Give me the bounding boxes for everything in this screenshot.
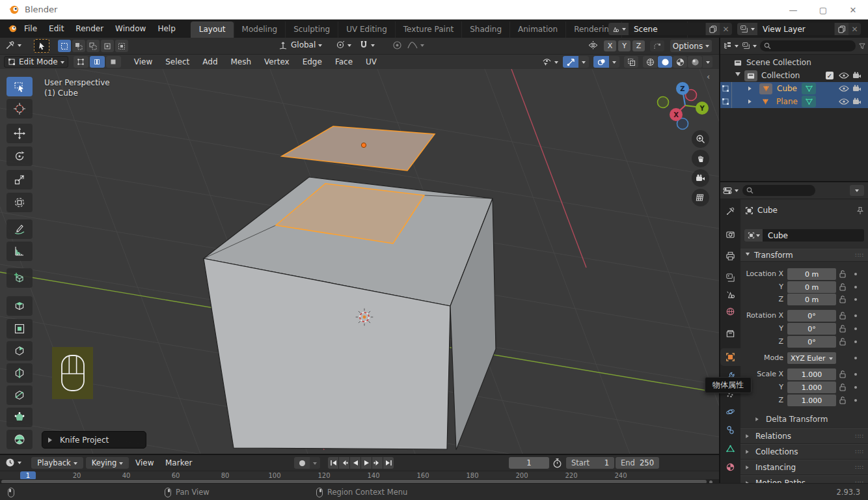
workspace-tab-animation[interactable]: Animation <box>509 21 565 38</box>
tool-measure[interactable] <box>7 242 33 261</box>
menu-edit[interactable]: Edit <box>43 20 70 38</box>
menu-help[interactable]: Help <box>152 20 181 38</box>
properties-editor-type-button[interactable] <box>723 186 739 195</box>
rotation-x-field[interactable]: 0° <box>787 310 836 322</box>
menu-window[interactable]: Window <box>109 20 152 38</box>
unlock-icon[interactable] <box>839 370 846 378</box>
outliner-row-cube[interactable]: Cube <box>720 82 868 95</box>
tool-loop-cut[interactable] <box>7 363 33 383</box>
camera-restrict-icon[interactable] <box>852 72 861 79</box>
unlock-icon[interactable] <box>839 396 846 404</box>
menu-file[interactable]: File <box>18 20 43 38</box>
operator-panel[interactable]: Knife Project <box>42 431 146 449</box>
menu-uv[interactable]: UV <box>359 55 383 69</box>
tool-bevel[interactable] <box>7 341 33 361</box>
playback-menu[interactable]: Playback <box>31 457 83 469</box>
play-button[interactable] <box>361 457 372 469</box>
tool-spin[interactable] <box>7 430 33 449</box>
properties-tab-material[interactable] <box>720 458 740 476</box>
outliner-editor-type-button[interactable] <box>723 42 739 50</box>
location-z-field[interactable]: 0 m <box>787 294 836 305</box>
select-mode-intersect-button[interactable] <box>115 40 128 52</box>
menu-view[interactable]: View <box>128 55 159 69</box>
workspace-tab-shading[interactable]: Shading <box>461 21 509 38</box>
tool-inset-faces[interactable] <box>7 319 33 339</box>
outliner-search-input[interactable] <box>760 40 856 51</box>
tool-extrude-region[interactable] <box>7 296 33 316</box>
properties-tab-constraints[interactable] <box>720 421 740 439</box>
animate-dot-icon[interactable] <box>854 273 857 275</box>
select-mode-subtract-button[interactable] <box>87 40 100 52</box>
pan-button[interactable] <box>692 150 709 167</box>
tool-transform[interactable] <box>7 193 33 212</box>
properties-tab-tool[interactable] <box>720 202 740 220</box>
vertex-select-button[interactable] <box>74 56 88 68</box>
outliner-row-plane[interactable]: Plane <box>720 95 868 108</box>
transform-panel-header[interactable]: Transform ∷∷ <box>740 249 868 262</box>
show-gizmos-button[interactable] <box>563 56 578 68</box>
jump-to-start-button[interactable] <box>328 457 338 469</box>
properties-tab-object-data[interactable] <box>720 440 740 458</box>
viewport-3d[interactable]: User Perspective (1) Cube Z Y X ‹ <box>0 69 719 454</box>
options-dropdown[interactable]: Options <box>670 40 712 52</box>
menu-vertex[interactable]: Vertex <box>258 55 296 69</box>
outliner-display-mode-button[interactable] <box>742 42 757 50</box>
tool-move[interactable] <box>7 124 33 143</box>
minimize-button[interactable]: — <box>778 0 808 20</box>
timeline-ruler[interactable]: 1 20 40 60 80 100 120 140 160 180 200 22… <box>0 471 719 479</box>
camera-restrict-icon[interactable] <box>852 98 861 105</box>
properties-tab-object[interactable] <box>720 348 740 366</box>
view-layer-name-field[interactable]: View Layer <box>757 23 834 35</box>
tool-knife[interactable] <box>7 385 33 405</box>
properties-tab-render[interactable] <box>720 226 740 243</box>
animate-dot-icon[interactable] <box>854 340 857 343</box>
camera-view-button[interactable] <box>692 169 709 187</box>
object-name-field[interactable]: Cube <box>763 229 864 242</box>
snap-toggle-group[interactable] <box>359 40 375 49</box>
tool-select-box[interactable] <box>7 77 33 96</box>
scene-browse-button[interactable] <box>608 23 629 35</box>
animate-dot-icon[interactable] <box>854 399 857 402</box>
properties-tab-output[interactable] <box>720 247 740 265</box>
animate-dot-icon[interactable] <box>854 327 857 330</box>
tool-annotate[interactable] <box>7 219 33 239</box>
expand-icon[interactable] <box>748 87 753 90</box>
checkbox-icon[interactable]: ✓ <box>826 72 834 79</box>
auto-key-button[interactable] <box>294 457 310 469</box>
scene-unlink-button[interactable]: ✕ <box>720 23 732 35</box>
auto-key-dropdown[interactable] <box>310 457 320 469</box>
unlock-icon[interactable] <box>839 296 846 303</box>
tool-cursor[interactable] <box>7 99 33 118</box>
rotation-mode-dropdown[interactable]: XYZ Euler <box>787 352 836 364</box>
use-preview-range-button[interactable] <box>552 458 562 468</box>
transform-orientation-dropdown[interactable]: Global <box>278 40 322 49</box>
rotation-z-field[interactable]: 0° <box>787 336 836 348</box>
location-y-field[interactable]: 0 m <box>787 281 836 293</box>
animate-dot-icon[interactable] <box>854 314 857 317</box>
filter-icon[interactable] <box>859 42 865 49</box>
pivot-point-dropdown[interactable] <box>336 40 351 49</box>
panel-grip-icon[interactable]: ∷∷ <box>856 449 864 455</box>
outliner-row-collection[interactable]: Collection ✓ <box>720 69 868 82</box>
blender-menu-logo-icon[interactable] <box>7 23 18 34</box>
animate-dot-icon[interactable] <box>854 373 857 376</box>
xray-toggle-button[interactable] <box>624 56 638 68</box>
gizmo-axis-y-neg[interactable] <box>658 97 669 108</box>
tool-rotate[interactable] <box>7 146 33 166</box>
solid-shading-button[interactable] <box>658 56 672 68</box>
next-keyframe-button[interactable] <box>372 457 383 469</box>
current-frame-field[interactable]: 1 <box>509 457 549 469</box>
show-overlays-button[interactable] <box>593 56 609 68</box>
unlock-icon[interactable] <box>839 312 846 320</box>
expand-icon[interactable] <box>748 100 753 104</box>
view-layer-browse-button[interactable] <box>737 23 757 35</box>
mirror-x-button[interactable]: X <box>604 40 616 51</box>
animate-dot-icon[interactable] <box>854 298 857 301</box>
orthographic-toggle-button[interactable] <box>692 189 709 206</box>
select-mode-extend-button[interactable] <box>72 40 85 52</box>
marker-menu[interactable]: Marker <box>165 458 192 468</box>
select-mode-invert-button[interactable] <box>101 40 114 52</box>
animate-dot-icon[interactable] <box>854 286 857 288</box>
properties-tab-physics[interactable] <box>720 403 740 421</box>
workspace-tab-texture-paint[interactable]: Texture Paint <box>395 21 461 38</box>
